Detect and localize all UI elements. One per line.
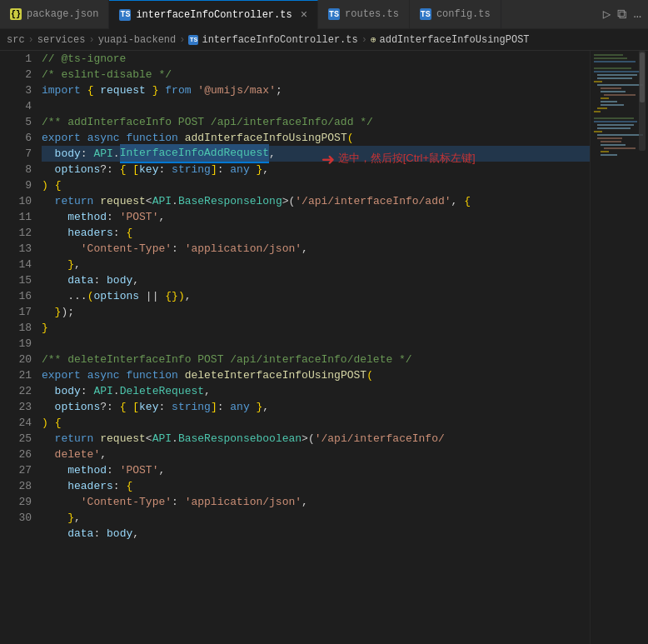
breadcrumb-ts-icon: TS bbox=[188, 35, 198, 45]
code-line-25: return request < API . BaseResponseboole… bbox=[42, 431, 590, 447]
ln-26: 26 bbox=[0, 447, 32, 462]
breadcrumb-sep1: › bbox=[28, 34, 34, 46]
code-line-26: method : 'POST' , bbox=[42, 462, 590, 478]
ln-3: 3 bbox=[0, 82, 32, 98]
run-icon[interactable]: ▷ bbox=[603, 6, 611, 22]
code-line-8: options ?: { [ key : string ] : any } , bbox=[42, 162, 590, 177]
breadcrumb: src › services › yuapi-backend › TS inte… bbox=[0, 29, 648, 51]
code-line-19 bbox=[42, 336, 590, 352]
ln-8: 8 bbox=[0, 162, 32, 177]
ln-29: 29 bbox=[0, 494, 32, 510]
ln-23: 23 bbox=[0, 399, 32, 415]
ln-4: 4 bbox=[0, 98, 32, 114]
ln-7: 7 bbox=[0, 146, 32, 162]
ln-14: 14 bbox=[0, 257, 32, 272]
code-line-7: body : API . InterfaceInfoAddRequest , bbox=[42, 146, 590, 162]
tab-icon-routes: TS bbox=[328, 8, 340, 20]
svg-rect-18 bbox=[594, 117, 634, 119]
code-line-1: // @ts-ignore bbox=[42, 51, 590, 67]
code-line-29: } , bbox=[42, 510, 590, 526]
svg-rect-2 bbox=[594, 57, 627, 59]
breadcrumb-src: src bbox=[7, 34, 25, 46]
tab-label-config: config.ts bbox=[436, 8, 491, 20]
ln-6: 6 bbox=[0, 130, 32, 146]
breadcrumb-function[interactable]: addInterfaceInfoUsingPOST bbox=[380, 34, 530, 46]
svg-rect-24 bbox=[597, 137, 622, 139]
editor-container: 1 2 3 4 5 6 7 8 9 10 11 12 13 14 15 16 1… bbox=[0, 51, 648, 644]
minimap[interactable] bbox=[590, 51, 648, 644]
code-line-15: data : body , bbox=[42, 272, 590, 288]
tab-icon-package: {} bbox=[10, 8, 22, 20]
ln-5: 5 bbox=[0, 114, 32, 130]
minimap-svg bbox=[591, 51, 648, 644]
ln-16: 16 bbox=[0, 288, 32, 304]
svg-rect-22 bbox=[594, 131, 602, 132]
svg-rect-20 bbox=[597, 124, 634, 126]
svg-rect-26 bbox=[601, 144, 626, 146]
code-line-9: ) { bbox=[42, 177, 590, 193]
svg-rect-19 bbox=[594, 121, 637, 122]
svg-rect-1 bbox=[594, 54, 623, 56]
svg-rect-12 bbox=[604, 94, 636, 96]
ln-11: 11 bbox=[0, 209, 32, 225]
ln-18: 18 bbox=[0, 320, 32, 336]
ln-2: 2 bbox=[0, 67, 32, 82]
code-line-23: options ?: { [ key : string ] : any } , bbox=[42, 399, 590, 415]
code-line-22: body : API . DeleteRequest , bbox=[42, 383, 590, 399]
breadcrumb-filename[interactable]: interfaceInfoController.ts bbox=[202, 34, 357, 46]
tab-config[interactable]: TS config.ts bbox=[410, 0, 501, 29]
code-line-11: method : 'POST' , bbox=[42, 209, 590, 225]
ln-19: 19 bbox=[0, 336, 32, 352]
breadcrumb-sep4: › bbox=[361, 34, 367, 46]
code-line-16: ... ( options || {} ) , bbox=[42, 288, 590, 304]
ln-13: 13 bbox=[0, 241, 32, 257]
svg-rect-6 bbox=[597, 74, 637, 76]
tab-interface-controller[interactable]: TS interfaceInfoController.ts × bbox=[109, 0, 318, 29]
tabs-bar: {} package.json TS interfaceInfoControll… bbox=[0, 0, 648, 29]
svg-rect-8 bbox=[594, 81, 602, 82]
code-line-28: 'Content-Type' : 'application/json' , bbox=[42, 494, 590, 510]
svg-rect-21 bbox=[597, 127, 631, 129]
tab-label-routes: routes.ts bbox=[345, 8, 399, 20]
ln-9: 9 bbox=[0, 177, 32, 193]
line2-content: /* eslint-disable */ bbox=[42, 67, 172, 82]
code-line-30: data : body , bbox=[42, 526, 590, 542]
breadcrumb-yuapi: yuapi-backend bbox=[98, 34, 177, 46]
tab-icon-controller: TS bbox=[119, 9, 131, 21]
ln-25: 25 bbox=[0, 431, 32, 447]
ln-12: 12 bbox=[0, 225, 32, 241]
svg-rect-7 bbox=[597, 77, 632, 79]
code-line-10: return request < API . BaseResponselong … bbox=[42, 193, 590, 209]
code-line-5: /** addInterfaceInfo POST /api/interface… bbox=[42, 114, 590, 130]
code-line-4 bbox=[42, 98, 590, 114]
code-line-21: export async function deleteInterfaceInf… bbox=[42, 367, 590, 383]
svg-rect-28 bbox=[601, 151, 609, 152]
more-actions-icon[interactable]: … bbox=[633, 7, 641, 22]
tab-package-json[interactable]: {} package.json bbox=[0, 0, 109, 29]
code-line-3: import { request } from '@umijs/max' ; bbox=[42, 82, 590, 98]
line-numbers: 1 2 3 4 5 6 7 8 9 10 11 12 13 14 15 16 1… bbox=[0, 51, 38, 644]
ln-24: 24 bbox=[0, 415, 32, 431]
svg-rect-27 bbox=[604, 147, 636, 149]
svg-rect-10 bbox=[601, 87, 621, 89]
code-line-24: ) { bbox=[42, 415, 590, 431]
svg-rect-5 bbox=[594, 71, 640, 72]
code-line-2: /* eslint-disable */ bbox=[42, 67, 590, 82]
svg-rect-11 bbox=[601, 91, 626, 92]
svg-rect-16 bbox=[597, 107, 607, 109]
svg-rect-23 bbox=[597, 134, 643, 136]
tab-routes[interactable]: TS routes.ts bbox=[318, 0, 410, 29]
svg-rect-4 bbox=[594, 67, 631, 69]
code-editor[interactable]: // @ts-ignore /* eslint-disable */ impor… bbox=[38, 51, 590, 644]
svg-rect-13 bbox=[601, 97, 609, 99]
close-tab-button[interactable]: × bbox=[301, 8, 307, 22]
ln-30: 30 bbox=[0, 510, 32, 526]
split-editor-icon[interactable]: ⧉ bbox=[617, 7, 626, 22]
line1-content: // @ts-ignore bbox=[42, 51, 126, 67]
svg-rect-31 bbox=[640, 52, 645, 102]
tab-label-controller: interfaceInfoController.ts bbox=[136, 9, 292, 21]
line3-import: import bbox=[42, 82, 81, 98]
svg-rect-17 bbox=[594, 111, 601, 112]
svg-rect-29 bbox=[601, 154, 617, 156]
breadcrumb-services: services bbox=[37, 34, 86, 46]
